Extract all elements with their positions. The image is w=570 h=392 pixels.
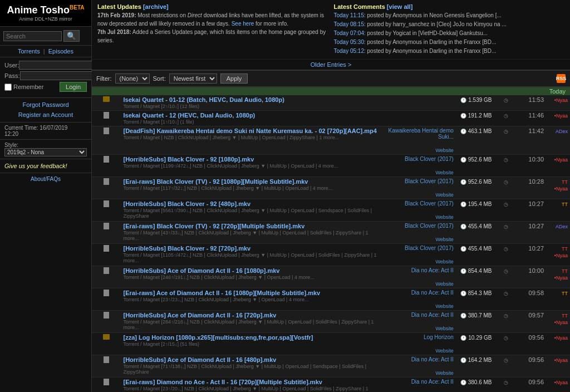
beta-badge: BETA	[70, 4, 84, 11]
tag-cell: •Nyaa	[546, 95, 570, 111]
series-website-link[interactable]: Website	[435, 214, 453, 220]
status-icon: ◷	[504, 224, 508, 229]
tag-cell: TT •Nyaa	[546, 177, 570, 199]
table-row: Isekai Quartet - 01-12 (Batch, HEVC, Dua…	[92, 95, 570, 111]
search-button[interactable]: 🔍	[63, 30, 80, 42]
torrent-title-link[interactable]: [zza] Log Horizon [1080p.x265][multisubs…	[124, 334, 313, 341]
torrent-meta: Torrent / Magnet [1↑/10↓] (1 file)	[124, 119, 382, 125]
series-link[interactable]: Dia no Ace: Act II	[386, 379, 454, 385]
search-input[interactable]	[3, 31, 62, 41]
torrent-title-link[interactable]: [HorribleSubs] Ace of Diamond Act II - 1…	[124, 312, 277, 318]
torrent-title-link[interactable]: [Erai-raws] Black Clover (TV) - 92 [720p…	[124, 223, 305, 229]
time-cell: 10:00	[518, 266, 547, 288]
username-input[interactable]	[19, 61, 100, 70]
size-cell: 🕐 10.29 GB	[456, 333, 494, 355]
series-website-link[interactable]: Website	[435, 303, 453, 309]
time-value: 09:58	[529, 290, 544, 296]
type-icon-cell	[92, 288, 121, 311]
tag-cell: •Nyaa	[546, 378, 570, 393]
torrent-title-link[interactable]: [DeadFish] Kawaikereba Hentai demo Suki …	[124, 128, 377, 134]
style-select[interactable]: 2019q2 - Nona	[4, 148, 87, 156]
clock-icon: 🕐	[460, 113, 466, 119]
file-icon	[104, 290, 109, 296]
type-icon-cell	[92, 266, 121, 288]
series-website-link[interactable]: Website	[435, 326, 453, 331]
see-here-link[interactable]: See here	[232, 21, 254, 27]
series-link[interactable]: Dia no Ace: Act II	[386, 312, 454, 318]
series-link[interactable]: Dia no Ace: Act II	[386, 290, 454, 296]
series-link[interactable]: Dia no Ace: Act II	[386, 267, 454, 273]
series-link[interactable]: Log Horizon	[386, 334, 454, 340]
nav-links: Torrents | Episodes	[0, 46, 91, 57]
view-all-link[interactable]: [view all]	[387, 3, 412, 10]
status-icon-cell: ◷	[494, 244, 518, 266]
tag-cell: ADex	[546, 126, 570, 155]
torrent-title-link[interactable]: [Erai-raws] Ace of Diamond Act II - 16 […	[124, 290, 321, 296]
remember-checkbox[interactable]	[4, 84, 12, 91]
series-website-link[interactable]: Website	[435, 148, 453, 153]
nav-torrents-link[interactable]: Torrents	[18, 48, 40, 55]
clock-icon: 🕐	[460, 224, 466, 229]
apply-button[interactable]: Apply	[220, 74, 248, 84]
time-value: 10:27	[529, 245, 544, 252]
series-link[interactable]: Black Clover (2017)	[386, 156, 454, 162]
size-cell: 🕐 191.2 MB	[456, 111, 494, 126]
tag-cell: ADex	[546, 222, 570, 244]
login-form: User: Pass: Remember Login	[0, 57, 91, 98]
time-cell: 10:28	[518, 177, 547, 199]
announcements-right: Latest Comments [view all] Today 11:15: …	[334, 3, 565, 56]
filter-bar: Filter: (None) Sort: Newest first Apply …	[92, 71, 570, 87]
size-cell: 🕐 380.7 MB	[456, 311, 494, 333]
clock-icon: 🕐	[460, 357, 466, 363]
torrent-title-link[interactable]: [HorribleSubs] Ace of Diamond Act II - 1…	[124, 267, 280, 274]
status-icon: ◷	[504, 268, 508, 274]
torrent-title-link[interactable]: Isekai Quartet - 12 (HEVC, Dual Audio, 1…	[124, 112, 255, 119]
login-button[interactable]: Login	[60, 82, 87, 92]
nyaa-tag: TT •Nyaa	[554, 313, 568, 325]
rss-icon[interactable]: RSS	[557, 74, 566, 83]
torrent-title-link[interactable]: [HorribleSubs] Ace of Diamond Act II - 1…	[124, 356, 277, 363]
forgot-password-link[interactable]: Forgot Password	[4, 100, 87, 110]
filter-select[interactable]: (None)	[115, 74, 150, 84]
series-website-link[interactable]: Website	[435, 348, 453, 354]
series-website-link[interactable]: Website	[435, 192, 453, 198]
series-website-link[interactable]: Website	[435, 281, 453, 287]
torrent-title-link[interactable]: [HorribleSubs] Black Clover - 92 [480p].…	[124, 200, 251, 207]
archive-link[interactable]: [archive]	[143, 3, 169, 10]
series-link[interactable]: Dia no Ace: Act II	[386, 356, 454, 362]
status-icon-cell: ◷	[494, 378, 518, 393]
torrent-title-link[interactable]: [Erai-raws] Black Clover (TV) - 92 [1080…	[124, 178, 308, 185]
password-input[interactable]	[20, 71, 101, 80]
torrent-meta: Torrent / Magnet [23↑/23↓,] NZB | ClickN…	[124, 297, 382, 302]
older-entries-link[interactable]: Older Entries >	[311, 61, 352, 68]
ann-text-2: 7th Jul 2018: Added a Series Updates pag…	[97, 28, 328, 45]
series-website-link[interactable]: Website	[435, 170, 453, 175]
torrent-title-link[interactable]: [HorribleSubs] Black Clover - 92 [720p].…	[124, 245, 251, 252]
feedback-link[interactable]: Give us your feedback!	[4, 163, 67, 169]
series-link[interactable]: Kawaikereba Hentai demo Suki...	[386, 128, 454, 140]
nav-episodes-link[interactable]: Episodes	[48, 48, 73, 55]
series-link[interactable]: Black Clover (2017)	[386, 178, 454, 184]
series-website-link[interactable]: Website	[435, 259, 453, 264]
series-link[interactable]: Black Clover (2017)	[386, 223, 454, 229]
time-cell: 10:27	[518, 222, 547, 244]
nyaa-tag: TT •Nyaa	[554, 179, 568, 192]
register-link[interactable]: Register an Account	[4, 110, 87, 120]
logo: Anime ToshoBETA Anime DDL+NZB mirror	[0, 0, 91, 27]
series-link[interactable]: Black Clover (2017)	[386, 200, 454, 207]
series-website-link[interactable]: Website	[435, 237, 453, 242]
torrent-title-link[interactable]: Isekai Quartet - 01-12 (Batch, HEVC, Dua…	[124, 96, 284, 103]
time-cell: 11:46	[518, 111, 547, 126]
series-cell: Dia no Ace: Act IIWebsite	[384, 288, 456, 311]
torrent-title-link[interactable]: [Erai-raws] Diamond no Ace - Act II - 16…	[124, 379, 322, 385]
about-link[interactable]: About/FAQs	[31, 176, 61, 182]
torrent-list: Isekai Quartet - 01-12 (Batch, HEVC, Dua…	[92, 95, 570, 392]
sort-select[interactable]: Newest first	[169, 74, 217, 84]
latest-comments-label: Latest Comments	[334, 3, 385, 10]
torrent-title-link[interactable]: [HorribleSubs] Black Clover - 92 [1080p]…	[124, 156, 254, 163]
type-icon-cell	[92, 95, 121, 111]
status-icon-cell: ◷	[494, 155, 518, 177]
series-link[interactable]: Black Clover (2017)	[386, 245, 454, 251]
series-website-link[interactable]: Website	[435, 370, 453, 376]
torrent-info-cell: [HorribleSubs] Black Clover - 92 [480p].…	[121, 199, 384, 222]
